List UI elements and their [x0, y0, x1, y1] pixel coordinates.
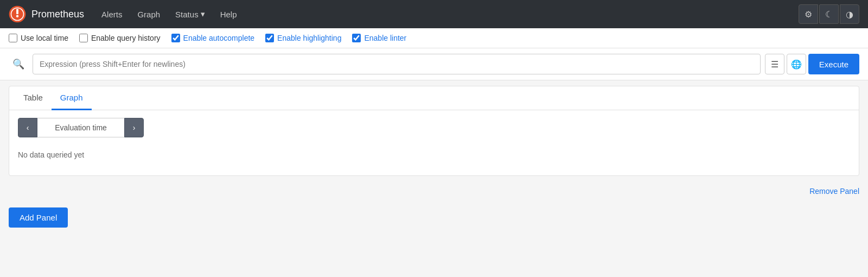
nav-links: Alerts Graph Status ▾ Help — [95, 6, 799, 22]
search-icon: 🔍 — [12, 58, 24, 70]
enable-highlighting-checkbox[interactable]: Enable highlighting — [265, 34, 341, 42]
app-title: Prometheus — [31, 9, 84, 20]
moon-icon: ☾ — [825, 9, 833, 20]
add-panel-button[interactable]: Add Panel — [9, 207, 68, 228]
prometheus-logo — [9, 5, 26, 23]
evaluation-time-row: ‹ Evaluation time › — [18, 118, 850, 137]
dropdown-arrow-icon: ▾ — [201, 9, 205, 19]
navbar: Prometheus Alerts Graph Status ▾ Help ⚙ … — [0, 0, 868, 28]
use-local-time-checkbox[interactable]: Use local time — [9, 34, 68, 42]
enable-highlighting-input[interactable] — [265, 34, 274, 42]
use-local-time-input[interactable] — [9, 34, 17, 42]
execute-button[interactable]: Execute — [808, 54, 859, 74]
use-local-time-label: Use local time — [21, 34, 68, 42]
eval-next-button[interactable]: › — [124, 118, 144, 137]
eval-prev-button[interactable]: ‹ — [18, 118, 37, 137]
enable-highlighting-label: Enable highlighting — [277, 34, 341, 42]
globe-icon: 🌐 — [791, 59, 802, 70]
enable-autocomplete-input[interactable] — [171, 34, 180, 42]
insert-metric-button[interactable]: 🌐 — [787, 54, 806, 74]
add-panel-section: Add Panel — [0, 201, 868, 234]
enable-linter-label: Enable linter — [364, 34, 406, 42]
list-icon: ☰ — [771, 59, 778, 70]
no-data-message: No data queried yet — [18, 146, 850, 168]
enable-query-history-input[interactable] — [79, 34, 88, 42]
enable-query-history-label: Enable query history — [91, 34, 161, 42]
nav-item-alerts[interactable]: Alerts — [95, 7, 129, 22]
remove-panel-button[interactable]: Remove Panel — [809, 185, 859, 198]
query-bar: 🔍 ☰ 🌐 Execute — [0, 48, 868, 80]
nav-item-status[interactable]: Status ▾ — [169, 6, 212, 22]
settings-icon: ⚙ — [805, 9, 812, 20]
expression-input[interactable] — [33, 54, 761, 74]
tab-graph[interactable]: Graph — [52, 86, 92, 110]
contrast-icon: ◑ — [846, 9, 853, 20]
table-panel-content: ‹ Evaluation time › No data queried yet — [9, 110, 859, 175]
brand: Prometheus — [9, 5, 84, 23]
dark-mode-button[interactable]: ☾ — [819, 4, 839, 24]
metrics-explorer-button[interactable]: ☰ — [765, 54, 784, 74]
search-icon-wrap: 🔍 — [9, 54, 28, 74]
enable-linter-checkbox[interactable]: Enable linter — [352, 34, 406, 42]
tab-table[interactable]: Table — [15, 86, 52, 110]
panel-tabs: Table Graph — [9, 86, 859, 110]
panel-bottom-bar: Remove Panel — [0, 181, 868, 201]
settings-icon-button[interactable]: ⚙ — [799, 4, 818, 24]
contrast-button[interactable]: ◑ — [840, 4, 859, 24]
options-toolbar: Use local time Enable query history Enab… — [0, 28, 868, 48]
enable-autocomplete-label: Enable autocomplete — [183, 34, 255, 42]
enable-linter-input[interactable] — [352, 34, 361, 42]
enable-autocomplete-checkbox[interactable]: Enable autocomplete — [171, 34, 255, 42]
query-actions: ☰ 🌐 Execute — [765, 54, 859, 74]
nav-item-graph[interactable]: Graph — [131, 7, 167, 22]
nav-item-help[interactable]: Help — [214, 7, 244, 22]
svg-rect-2 — [16, 9, 18, 14]
navbar-right: ⚙ ☾ ◑ — [799, 4, 859, 24]
enable-query-history-checkbox[interactable]: Enable query history — [79, 34, 161, 42]
chevron-left-icon: ‹ — [27, 123, 29, 132]
main-panel: Table Graph ‹ Evaluation time › No data … — [9, 86, 859, 176]
svg-point-3 — [16, 15, 18, 17]
eval-time-label: Evaluation time — [37, 118, 124, 137]
chevron-right-icon: › — [133, 123, 136, 132]
